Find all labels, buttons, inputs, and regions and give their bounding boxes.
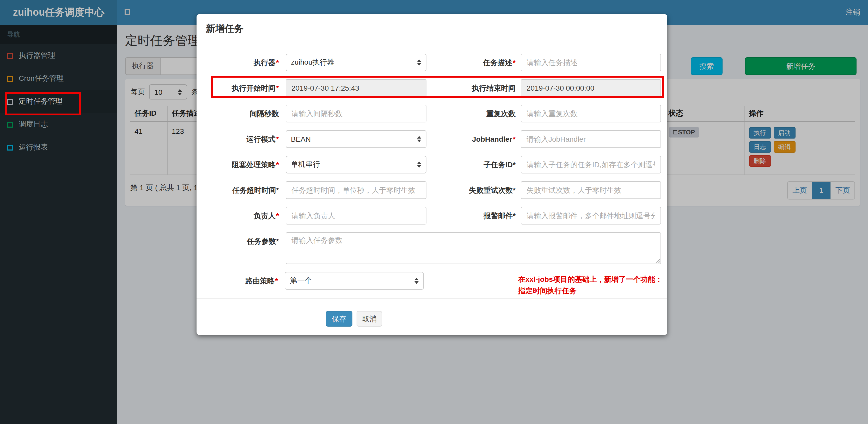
run-mode-select[interactable]: BEAN	[286, 130, 427, 148]
jobhandler-input[interactable]	[521, 130, 661, 148]
job-desc-input[interactable]	[521, 54, 661, 71]
owner-label: 负责人*	[203, 207, 279, 225]
interval-label: 间隔秒数	[203, 105, 279, 122]
start-time-input[interactable]	[286, 79, 427, 97]
end-time-label: 执行结束时间	[434, 79, 516, 97]
start-time-label: 执行开始时间*	[203, 79, 279, 97]
repeat-count-label: 重复次数	[434, 105, 516, 122]
feature-note-line1: 在xxl-jobs项目的基础上，新增了一个功能：	[518, 273, 667, 285]
select-caret-icon	[414, 278, 418, 284]
route-strategy-label: 路由策略*	[203, 272, 278, 290]
executor-select[interactable]: zuihou执行器	[286, 54, 427, 71]
repeat-count-input[interactable]	[521, 105, 661, 122]
app-root: zuihou任务调度中心 注销 导航 执行器管理 Cron任务管理 定时任务管理…	[0, 0, 868, 424]
end-time-input[interactable]	[521, 79, 661, 97]
alarm-email-input[interactable]	[521, 207, 661, 225]
modal-body: 执行器* zuihou执行器 任务描述* 执行开始时间* 执行结束时间 间隔秒数…	[196, 43, 667, 327]
add-job-modal: 新增任务 执行器* zuihou执行器 任务描述* 执行开始时间* 执行结束时间…	[196, 14, 667, 335]
jobhandler-label: JobHandler*	[434, 130, 516, 148]
feature-note: 在xxl-jobs项目的基础上，新增了一个功能： 指定时间执行任务	[518, 272, 667, 290]
child-job-input[interactable]	[521, 156, 661, 173]
modal-footer-divider	[196, 298, 667, 299]
alarm-email-label: 报警邮件*	[434, 207, 516, 225]
job-param-textarea[interactable]	[286, 232, 661, 264]
feature-note-line2: 指定时间执行任务	[518, 285, 667, 296]
run-mode-label: 运行模式*	[203, 130, 279, 148]
child-job-label: 子任务ID*	[434, 156, 516, 173]
job-param-label: 任务参数*	[203, 232, 279, 264]
select-caret-icon	[417, 59, 421, 66]
modal-footer: 保存 取消	[196, 311, 667, 327]
retry-count-input[interactable]	[521, 181, 661, 199]
modal-title: 新增任务	[206, 22, 244, 35]
cancel-button[interactable]: 取消	[356, 311, 382, 327]
job-desc-label: 任务描述*	[434, 54, 516, 71]
executor-label: 执行器*	[203, 54, 279, 71]
owner-input[interactable]	[286, 207, 427, 225]
route-strategy-select[interactable]: 第一个	[285, 272, 424, 290]
timeout-input[interactable]	[286, 181, 427, 199]
timeout-label: 任务超时时间*	[203, 181, 279, 199]
save-button[interactable]: 保存	[326, 311, 352, 327]
interval-input[interactable]	[286, 105, 427, 122]
block-strategy-select[interactable]: 单机串行	[286, 156, 427, 173]
select-caret-icon	[417, 161, 421, 168]
select-caret-icon	[417, 136, 421, 142]
modal-header: 新增任务	[196, 14, 667, 43]
block-strategy-label: 阻塞处理策略*	[203, 156, 279, 173]
retry-count-label: 失败重试次数*	[434, 181, 516, 199]
